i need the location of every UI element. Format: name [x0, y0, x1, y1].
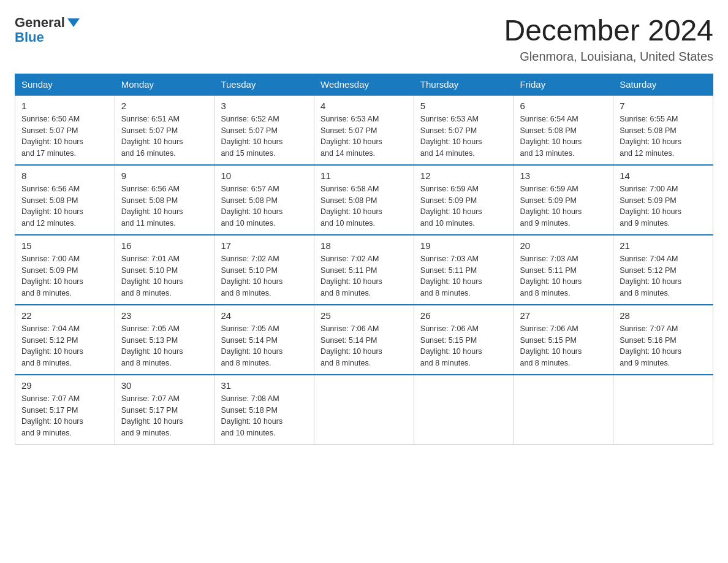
day-number: 19: [420, 240, 507, 251]
weekday-header-thursday: Thursday: [414, 74, 514, 95]
day-info: Sunrise: 6:53 AM Sunset: 5:07 PM Dayligh…: [420, 113, 507, 159]
logo-arrow-icon: [67, 18, 80, 27]
calendar-cell: 22 Sunrise: 7:04 AM Sunset: 5:12 PM Dayl…: [15, 305, 115, 375]
day-number: 30: [121, 380, 208, 391]
calendar-cell: 14 Sunrise: 7:00 AM Sunset: 5:09 PM Dayl…: [613, 165, 713, 235]
calendar-cell: [613, 375, 713, 445]
calendar-cell: 21 Sunrise: 7:04 AM Sunset: 5:12 PM Dayl…: [613, 235, 713, 305]
day-number: 18: [320, 240, 408, 251]
day-number: 29: [21, 380, 108, 391]
calendar-cell: 31 Sunrise: 7:08 AM Sunset: 5:18 PM Dayl…: [214, 375, 314, 445]
calendar-cell: 26 Sunrise: 7:06 AM Sunset: 5:15 PM Dayl…: [414, 305, 514, 375]
day-info: Sunrise: 6:55 AM Sunset: 5:08 PM Dayligh…: [620, 113, 707, 159]
day-number: 26: [420, 310, 507, 321]
calendar-cell: 15 Sunrise: 7:00 AM Sunset: 5:09 PM Dayl…: [15, 235, 115, 305]
calendar-cell: 30 Sunrise: 7:07 AM Sunset: 5:17 PM Dayl…: [115, 375, 214, 445]
day-info: Sunrise: 7:06 AM Sunset: 5:14 PM Dayligh…: [320, 323, 408, 369]
day-info: Sunrise: 7:05 AM Sunset: 5:13 PM Dayligh…: [121, 323, 208, 369]
day-info: Sunrise: 7:01 AM Sunset: 5:10 PM Dayligh…: [121, 253, 208, 299]
day-number: 27: [520, 310, 607, 321]
day-number: 8: [21, 170, 108, 181]
day-info: Sunrise: 7:04 AM Sunset: 5:12 PM Dayligh…: [620, 253, 707, 299]
day-number: 4: [320, 101, 408, 111]
logo-general-text: General: [15, 15, 80, 31]
day-info: Sunrise: 6:58 AM Sunset: 5:08 PM Dayligh…: [320, 183, 408, 229]
calendar-week-row: 29 Sunrise: 7:07 AM Sunset: 5:17 PM Dayl…: [15, 375, 713, 445]
calendar-cell: 12 Sunrise: 6:59 AM Sunset: 5:09 PM Dayl…: [414, 165, 514, 235]
logo-general: General: [15, 15, 65, 31]
day-info: Sunrise: 6:59 AM Sunset: 5:09 PM Dayligh…: [420, 183, 507, 229]
calendar-cell: 17 Sunrise: 7:02 AM Sunset: 5:10 PM Dayl…: [214, 235, 314, 305]
weekday-header-tuesday: Tuesday: [214, 74, 314, 95]
calendar-cell: [514, 375, 613, 445]
day-info: Sunrise: 7:04 AM Sunset: 5:12 PM Dayligh…: [21, 323, 108, 369]
calendar-cell: 28 Sunrise: 7:07 AM Sunset: 5:16 PM Dayl…: [613, 305, 713, 375]
weekday-header-sunday: Sunday: [15, 74, 115, 95]
page-header: General Blue December 2024 Glenmora, Lou…: [15, 15, 713, 64]
day-number: 16: [121, 240, 208, 251]
day-info: Sunrise: 7:07 AM Sunset: 5:16 PM Dayligh…: [620, 323, 707, 369]
calendar-cell: 19 Sunrise: 7:03 AM Sunset: 5:11 PM Dayl…: [414, 235, 514, 305]
title-block: December 2024 Glenmora, Louisiana, Unite…: [504, 15, 713, 64]
day-info: Sunrise: 6:54 AM Sunset: 5:08 PM Dayligh…: [520, 113, 607, 159]
calendar-cell: [414, 375, 514, 445]
day-number: 12: [420, 170, 507, 181]
day-info: Sunrise: 7:00 AM Sunset: 5:09 PM Dayligh…: [21, 253, 108, 299]
day-number: 5: [420, 101, 507, 111]
day-number: 13: [520, 170, 607, 181]
day-info: Sunrise: 7:02 AM Sunset: 5:11 PM Dayligh…: [320, 253, 408, 299]
day-number: 24: [221, 310, 308, 321]
weekday-header-saturday: Saturday: [613, 74, 713, 95]
calendar-cell: [314, 375, 414, 445]
calendar-cell: 25 Sunrise: 7:06 AM Sunset: 5:14 PM Dayl…: [314, 305, 414, 375]
logo-blue: Blue: [15, 29, 44, 45]
month-title: December 2024: [504, 15, 713, 47]
day-info: Sunrise: 7:03 AM Sunset: 5:11 PM Dayligh…: [520, 253, 607, 299]
calendar-week-row: 22 Sunrise: 7:04 AM Sunset: 5:12 PM Dayl…: [15, 305, 713, 375]
day-number: 28: [620, 310, 707, 321]
day-number: 25: [320, 310, 408, 321]
day-number: 6: [520, 101, 607, 111]
calendar-week-row: 8 Sunrise: 6:56 AM Sunset: 5:08 PM Dayli…: [15, 165, 713, 235]
day-info: Sunrise: 6:59 AM Sunset: 5:09 PM Dayligh…: [520, 183, 607, 229]
day-info: Sunrise: 6:50 AM Sunset: 5:07 PM Dayligh…: [21, 113, 108, 159]
day-info: Sunrise: 7:06 AM Sunset: 5:15 PM Dayligh…: [420, 323, 507, 369]
day-number: 9: [121, 170, 208, 181]
calendar-cell: 10 Sunrise: 6:57 AM Sunset: 5:08 PM Dayl…: [214, 165, 314, 235]
day-info: Sunrise: 6:51 AM Sunset: 5:07 PM Dayligh…: [121, 113, 208, 159]
weekday-header-monday: Monday: [115, 74, 214, 95]
calendar-cell: 8 Sunrise: 6:56 AM Sunset: 5:08 PM Dayli…: [15, 165, 115, 235]
day-number: 3: [221, 101, 308, 111]
day-info: Sunrise: 7:03 AM Sunset: 5:11 PM Dayligh…: [420, 253, 507, 299]
weekday-header-row: SundayMondayTuesdayWednesdayThursdayFrid…: [15, 74, 713, 95]
calendar-cell: 20 Sunrise: 7:03 AM Sunset: 5:11 PM Dayl…: [514, 235, 613, 305]
day-info: Sunrise: 6:57 AM Sunset: 5:08 PM Dayligh…: [221, 183, 308, 229]
logo: General Blue: [15, 15, 80, 45]
calendar-cell: 4 Sunrise: 6:53 AM Sunset: 5:07 PM Dayli…: [314, 95, 414, 165]
day-number: 20: [520, 240, 607, 251]
day-info: Sunrise: 7:07 AM Sunset: 5:17 PM Dayligh…: [121, 393, 208, 439]
calendar-week-row: 15 Sunrise: 7:00 AM Sunset: 5:09 PM Dayl…: [15, 235, 713, 305]
calendar-cell: 2 Sunrise: 6:51 AM Sunset: 5:07 PM Dayli…: [115, 95, 214, 165]
day-number: 31: [221, 380, 308, 391]
day-number: 7: [620, 101, 707, 111]
day-number: 14: [620, 170, 707, 181]
weekday-header-wednesday: Wednesday: [314, 74, 414, 95]
day-number: 10: [221, 170, 308, 181]
calendar-cell: 18 Sunrise: 7:02 AM Sunset: 5:11 PM Dayl…: [314, 235, 414, 305]
day-info: Sunrise: 6:56 AM Sunset: 5:08 PM Dayligh…: [21, 183, 108, 229]
day-number: 15: [21, 240, 108, 251]
day-number: 22: [21, 310, 108, 321]
day-info: Sunrise: 7:07 AM Sunset: 5:17 PM Dayligh…: [21, 393, 108, 439]
day-info: Sunrise: 7:08 AM Sunset: 5:18 PM Dayligh…: [221, 393, 308, 439]
day-info: Sunrise: 6:56 AM Sunset: 5:08 PM Dayligh…: [121, 183, 208, 229]
calendar-week-row: 1 Sunrise: 6:50 AM Sunset: 5:07 PM Dayli…: [15, 95, 713, 165]
day-info: Sunrise: 7:05 AM Sunset: 5:14 PM Dayligh…: [221, 323, 308, 369]
location-title: Glenmora, Louisiana, United States: [504, 50, 713, 64]
day-info: Sunrise: 6:52 AM Sunset: 5:07 PM Dayligh…: [221, 113, 308, 159]
calendar-cell: 24 Sunrise: 7:05 AM Sunset: 5:14 PM Dayl…: [214, 305, 314, 375]
day-info: Sunrise: 6:53 AM Sunset: 5:07 PM Dayligh…: [320, 113, 408, 159]
weekday-header-friday: Friday: [514, 74, 613, 95]
calendar-cell: 6 Sunrise: 6:54 AM Sunset: 5:08 PM Dayli…: [514, 95, 613, 165]
calendar-cell: 27 Sunrise: 7:06 AM Sunset: 5:15 PM Dayl…: [514, 305, 613, 375]
